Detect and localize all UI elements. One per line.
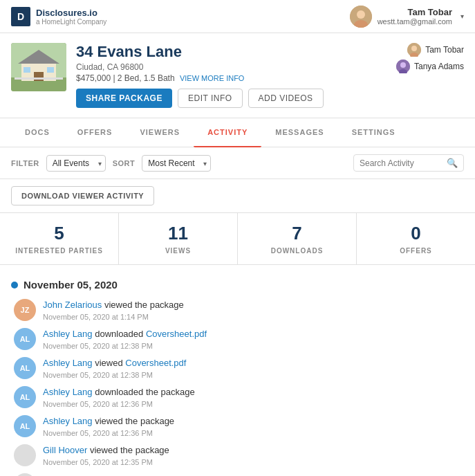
activity-action-text: downloaded	[93, 329, 146, 339]
activity-item: AL Ashley Lang viewed Coversheet.pdf Nov…	[11, 357, 464, 379]
activity-user-link[interactable]: John Zelarious	[43, 300, 102, 310]
activity-avatar: AL	[14, 328, 36, 350]
stat-downloads-label: DOWNLOADS	[249, 247, 345, 255]
user-info: Tam Tobar westt.tam@gmail.com	[378, 7, 452, 26]
svg-rect-10	[15, 77, 63, 80]
share-package-button[interactable]: SHARE PACKAGE	[76, 89, 172, 108]
activity-user-link[interactable]: Ashley Lang	[43, 416, 93, 426]
agent-tam-name: Tam Tobar	[425, 45, 464, 55]
filter-select-wrapper: All Events	[46, 155, 106, 172]
tab-viewers[interactable]: VIEWERS	[126, 118, 194, 147]
activity-action-text: viewed the package	[102, 300, 184, 310]
activity-time: November 05, 2020 at 12:38 PM	[43, 342, 464, 350]
activity-avatar: AL	[14, 386, 36, 408]
top-header: D Disclosures.io a HomeLight Company Tam…	[0, 0, 475, 33]
svg-point-12	[411, 46, 417, 51]
activity-action-text: viewed	[93, 358, 126, 368]
activity-content: Gill Hoover viewed the package November …	[43, 444, 464, 466]
activity-action-text: viewed the package	[87, 445, 169, 455]
activity-item: Anderson Bush's client downloaded the pa…	[11, 473, 464, 476]
tabs-bar: DOCS OFFERS VIEWERS ACTIVITY MESSAGES SE…	[0, 118, 475, 147]
activity-avatar: JZ	[14, 299, 36, 321]
svg-point-1	[357, 10, 365, 19]
sort-label: SORT	[113, 159, 136, 167]
edit-info-button[interactable]: EDIT INFO	[178, 89, 243, 108]
activity-avatar-placeholder	[14, 473, 36, 476]
agent-tanya-name: Tanya Adams	[414, 62, 464, 71]
activity-content: Ashley Lang viewed Coversheet.pdf Novemb…	[43, 357, 464, 378]
search-activity[interactable]: 🔍	[353, 154, 464, 172]
search-input[interactable]	[360, 158, 443, 168]
activity-item: AL Ashley Lang downloaded Coversheet.pdf…	[11, 328, 464, 350]
tab-settings[interactable]: SETTINGS	[338, 118, 409, 147]
app-logo: D	[11, 7, 30, 26]
property-header: 34 Evans Lane Ciudad, CA 96800 $475,000 …	[0, 33, 475, 118]
tab-docs[interactable]: DOCS	[11, 118, 64, 147]
activity-file-link[interactable]: Coversheet.pdf	[146, 329, 207, 339]
stat-downloads: 7 DOWNLOADS	[238, 213, 357, 264]
activity-file-link[interactable]: Coversheet.pdf	[125, 358, 186, 368]
activity-content: Ashley Lang viewed the package November …	[43, 415, 464, 437]
sort-select[interactable]: Most Recent	[142, 155, 211, 172]
stat-offers: 0 OFFERS	[357, 213, 475, 264]
activity-action-text: viewed the package	[93, 416, 175, 426]
activity-avatar: AL	[14, 415, 36, 437]
filter-label: FILTER	[11, 159, 39, 167]
activity-item: AL Ashley Lang downloaded the package No…	[11, 386, 464, 408]
stat-interested-parties-label: INTERESTED PARTIES	[11, 247, 107, 255]
activity-text: Anderson Bush's client downloaded the pa…	[43, 473, 464, 476]
user-name: Tam Tobar	[378, 7, 452, 17]
activity-avatar: AL	[14, 357, 36, 379]
sort-select-wrapper: Most Recent	[142, 155, 211, 172]
activity-user-link[interactable]: Ashley Lang	[43, 387, 93, 397]
download-bar: DOWNLOAD VIEWER ACTIVITY	[0, 179, 475, 213]
activity-list: JZ John Zelarious viewed the package Nov…	[11, 299, 464, 476]
activity-time: November 05, 2020 at 12:36 PM	[43, 400, 464, 408]
view-more-link[interactable]: VIEW MORE INFO	[180, 74, 245, 82]
property-address: 34 Evans Lane	[76, 43, 386, 61]
activity-text: Ashley Lang downloaded Coversheet.pdf	[43, 328, 464, 340]
property-actions: SHARE PACKAGE EDIT INFO ADD VIDEOS	[76, 89, 386, 108]
stat-views-number: 11	[130, 223, 226, 244]
activity-text: Ashley Lang downloaded the package	[43, 386, 464, 399]
activity-item: Gill Hoover viewed the package November …	[11, 444, 464, 466]
tab-activity[interactable]: ACTIVITY	[194, 118, 261, 147]
stat-interested-parties: 5 INTERESTED PARTIES	[0, 213, 119, 264]
tab-messages[interactable]: MESSAGES	[261, 118, 337, 147]
activity-content: Ashley Lang downloaded the package Novem…	[43, 386, 464, 408]
activity-time: November 05, 2020 at 1:14 PM	[43, 313, 464, 321]
activity-text: Gill Hoover viewed the package	[43, 444, 464, 457]
chevron-down-icon: ▾	[460, 12, 464, 20]
property-city: Ciudad, CA 96800	[76, 62, 386, 72]
user-menu[interactable]: Tam Tobar westt.tam@gmail.com ▾	[350, 6, 464, 28]
filter-select[interactable]: All Events	[46, 155, 106, 172]
stat-offers-label: OFFERS	[368, 247, 464, 255]
app-tagline: a HomeLight Company	[36, 18, 106, 26]
activity-text: John Zelarious viewed the package	[43, 299, 464, 311]
activity-user-link[interactable]: Gill Hoover	[43, 445, 87, 455]
stat-downloads-number: 7	[249, 223, 345, 244]
activity-user-link[interactable]: Ashley Lang	[43, 329, 93, 339]
app-name: Disclosures.io	[36, 8, 106, 18]
activity-content: Anderson Bush's client downloaded the pa…	[43, 473, 464, 476]
download-viewer-activity-button[interactable]: DOWNLOAD VIEWER ACTIVITY	[11, 186, 154, 205]
property-price: $475,000 | 2 Bed, 1.5 Bath VIEW MORE INF…	[76, 73, 386, 83]
activity-section: November 05, 2020 JZ John Zelarious view…	[0, 265, 475, 476]
activity-user-link[interactable]: Ashley Lang	[43, 358, 93, 368]
tab-offers[interactable]: OFFERS	[64, 118, 127, 147]
stats-row: 5 INTERESTED PARTIES 11 VIEWS 7 DOWNLOAD…	[0, 213, 475, 265]
logo-letter: D	[17, 11, 24, 22]
agent-tam: Tam Tobar	[407, 43, 464, 57]
date-text: November 05, 2020	[24, 279, 118, 291]
activity-item: JZ John Zelarious viewed the package Nov…	[11, 299, 464, 321]
agent-tanya-avatar	[396, 60, 410, 73]
agent-tam-avatar	[407, 43, 421, 57]
date-header: November 05, 2020	[11, 279, 464, 291]
svg-rect-8	[24, 67, 30, 73]
search-icon: 🔍	[447, 158, 458, 168]
stat-offers-number: 0	[368, 223, 464, 244]
property-details: 34 Evans Lane Ciudad, CA 96800 $475,000 …	[76, 43, 386, 108]
add-videos-button[interactable]: ADD VIDEOS	[248, 89, 324, 108]
activity-time: November 05, 2020 at 12:36 PM	[43, 429, 464, 437]
activity-action-text: downloaded the package	[93, 387, 195, 397]
